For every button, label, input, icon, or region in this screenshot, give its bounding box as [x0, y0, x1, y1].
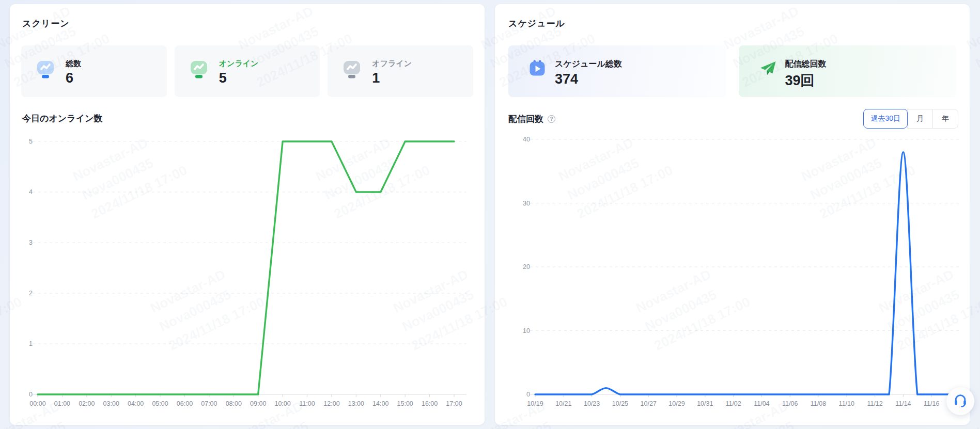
x-axis-label: 16:00 — [422, 400, 438, 407]
x-axis-label: 10/19 — [527, 400, 543, 407]
x-axis-label: 10/29 — [668, 400, 685, 407]
paper-plane-icon — [758, 59, 777, 77]
x-axis-label: 10/25 — [612, 400, 628, 407]
series-line — [535, 152, 960, 394]
x-axis-label: 10/31 — [697, 400, 713, 407]
online-count-chart[interactable]: 01234500:0001:0002:0003:0004:0005:0006:0… — [10, 131, 485, 420]
x-axis-label: 11/14 — [895, 400, 911, 407]
tab-last-30-days[interactable]: 過去30日 — [863, 109, 908, 129]
stat-value-offline: 1 — [372, 70, 412, 86]
x-axis-label: 05:00 — [152, 400, 168, 407]
calendar-play-icon — [528, 59, 547, 77]
screen-trend-icon — [342, 59, 362, 78]
stat-label-online: オンライン — [219, 59, 259, 69]
tab-year[interactable]: 年 — [932, 109, 958, 129]
stat-label-total: 総数 — [66, 59, 81, 69]
y-axis-label: 2 — [29, 290, 33, 297]
stat-card-online: オンライン 5 — [175, 45, 320, 97]
x-axis-label: 00:00 — [29, 400, 45, 407]
y-axis-label: 10 — [523, 327, 530, 335]
x-axis-label: 11/12 — [867, 400, 882, 407]
x-axis-label: 10:00 — [274, 400, 290, 407]
x-axis-label: 11/16 — [924, 400, 939, 407]
schedule-stats-row: スケジュール総数 374 配信総回数 39回 — [508, 45, 956, 97]
help-icon[interactable]: ? — [548, 115, 555, 123]
x-axis-label: 11:00 — [299, 400, 315, 407]
delivery-chart-title: 配信回数 — [508, 113, 543, 125]
x-axis-label: 10/21 — [555, 400, 571, 407]
range-tabs: 過去30日 月 年 — [863, 109, 958, 129]
screen-trend-icon — [189, 59, 209, 78]
stat-card-total: 総数 6 — [21, 45, 167, 97]
y-axis-label: 30 — [523, 200, 530, 207]
x-axis-label: 10/27 — [641, 400, 657, 407]
x-axis-label: 02:00 — [79, 400, 95, 407]
y-axis-label: 4 — [29, 188, 33, 196]
x-axis-label: 01:00 — [54, 400, 70, 407]
x-axis-label: 12:00 — [323, 400, 339, 407]
delivery-count-chart[interactable]: 01020304010/1910/2110/2310/2510/2710/291… — [495, 131, 970, 420]
stat-card-schedule-total: スケジュール総数 374 — [508, 45, 726, 97]
screen-trend-icon — [36, 59, 55, 78]
x-axis-label: 04:00 — [128, 400, 144, 407]
x-axis-label: 15:00 — [397, 400, 413, 407]
x-axis-label: 13:00 — [348, 400, 364, 407]
screen-panel: スクリーン 総数 6 — [10, 4, 485, 425]
x-axis-label: 03:00 — [103, 400, 119, 407]
y-axis-label: 5 — [29, 138, 33, 145]
stat-card-delivery-total: 配信総回数 39回 — [739, 45, 957, 97]
screen-stats-row: 総数 6 オンライン 5 — [21, 45, 473, 97]
headset-icon — [953, 392, 968, 410]
x-axis-label: 11/04 — [754, 400, 769, 407]
stat-label-delivery-total: 配信総回数 — [785, 59, 827, 70]
x-axis-label: 17:00 — [446, 400, 462, 407]
x-axis-label: 11/10 — [839, 400, 854, 407]
x-axis-label: 09:00 — [250, 400, 266, 407]
y-axis-label: 0 — [29, 391, 33, 398]
online-chart-title: 今日のオンライン数 — [22, 113, 102, 124]
stat-value-total: 6 — [66, 70, 81, 86]
stat-value-online: 5 — [219, 70, 259, 86]
y-axis-label: 3 — [29, 239, 33, 246]
x-axis-label: 07:00 — [201, 400, 217, 407]
stat-value-schedule-total: 374 — [555, 71, 622, 87]
x-axis-label: 10/23 — [584, 400, 600, 407]
y-axis-label: 40 — [523, 136, 530, 143]
y-axis-label: 0 — [526, 391, 530, 398]
x-axis-label: 11/06 — [782, 400, 798, 407]
x-axis-label: 06:00 — [177, 400, 193, 407]
x-axis-label: 11/08 — [811, 400, 826, 407]
x-axis-label: 08:00 — [226, 400, 242, 407]
stat-label-schedule-total: スケジュール総数 — [555, 59, 622, 70]
x-axis-label: 11/02 — [725, 400, 741, 407]
stat-label-offline: オフライン — [372, 59, 412, 69]
delivery-chart-header: 配信回数 ? 過去30日 月 年 — [508, 109, 958, 129]
schedule-panel: スケジュール スケジュール総数 374 — [495, 4, 970, 425]
y-axis-label: 1 — [29, 340, 33, 347]
screen-panel-title: スクリーン — [22, 18, 70, 29]
tab-month[interactable]: 月 — [907, 109, 933, 129]
x-axis-label: 14:00 — [372, 400, 388, 407]
stat-value-delivery-total: 39回 — [785, 71, 827, 90]
y-axis-label: 20 — [523, 263, 530, 271]
stat-card-offline: オフライン 1 — [328, 45, 473, 97]
schedule-panel-title: スケジュール — [508, 18, 565, 29]
support-button[interactable] — [946, 387, 974, 415]
series-line — [38, 141, 454, 394]
